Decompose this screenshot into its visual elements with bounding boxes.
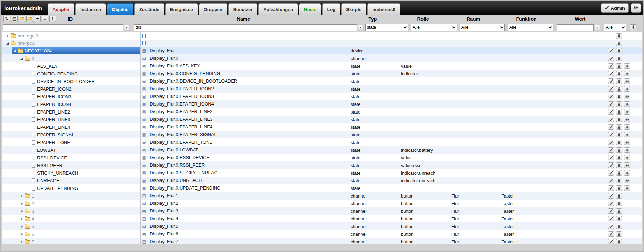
expander-icon[interactable] (19, 217, 24, 221)
expander-icon[interactable] (6, 41, 10, 45)
tab-gruppen[interactable]: Gruppen (199, 3, 227, 15)
edit-button[interactable] (608, 208, 614, 214)
id-filter-clear-button[interactable]: × (124, 25, 129, 30)
arrow-up-icon[interactable]: ↑ (49, 16, 56, 22)
delete-button[interactable] (616, 155, 622, 160)
custom-button[interactable] (624, 78, 630, 84)
object-row[interactable]: 1 Display_Flur.1 channel button Flur Tas… (2, 192, 642, 200)
object-row[interactable]: EPAPER_LINE4 Display_Flur.0.EPAPER_LINE4… (2, 123, 642, 131)
object-row[interactable]: 7 Display_Flur.7 channel button Flur Tas… (2, 238, 642, 244)
tab-log[interactable]: Log (322, 3, 340, 15)
custom-button[interactable] (624, 185, 630, 191)
custom-filter-select[interactable]: Alle (604, 24, 626, 31)
tab-skripte[interactable]: Skripte (341, 3, 366, 15)
plus-icon[interactable]: + (34, 16, 41, 22)
delete-button[interactable] (616, 94, 622, 99)
object-row[interactable]: 6 Display_Flur.6 channel button Flur Tas… (2, 230, 642, 238)
edit-button[interactable] (608, 170, 614, 176)
delete-button[interactable] (616, 132, 622, 137)
admin-user-button[interactable]: Admin (601, 3, 629, 13)
custom-button[interactable] (624, 162, 630, 168)
custom-button[interactable] (624, 86, 630, 92)
delete-button[interactable] (616, 239, 622, 244)
object-row[interactable]: EPAPER_TONE Display_Flur.0.EPAPER_TONE s… (2, 138, 642, 146)
edit-button[interactable] (608, 94, 614, 99)
object-row[interactable]: EPAPER_LINE2 Display_Flur.0.EPAPER_LINE2… (2, 108, 642, 116)
edit-button[interactable] (608, 224, 614, 229)
id-filter-input[interactable] (3, 24, 123, 31)
edit-button[interactable] (608, 56, 614, 61)
object-row[interactable]: 4 Display_Flur.4 channel button Flur Tas… (2, 215, 642, 222)
delete-button[interactable] (616, 124, 622, 130)
list-view-icon[interactable]: ▤ (11, 16, 18, 22)
edit-button[interactable] (608, 109, 614, 115)
delete-button[interactable] (616, 33, 622, 39)
edit-button[interactable] (608, 124, 614, 130)
object-row[interactable]: RSSI_PEER Display_Flur.0.RSSI_PEER state… (2, 161, 642, 169)
delete-button[interactable] (616, 56, 622, 61)
tab-hosts[interactable]: Hosts (299, 3, 321, 15)
object-row[interactable]: 2 Display_Flur.2 channel button Flur Tas… (2, 200, 642, 207)
filter-settings-button[interactable] (630, 24, 636, 31)
edit-button[interactable] (608, 178, 614, 183)
delete-button[interactable] (616, 41, 622, 46)
edit-button[interactable] (608, 48, 614, 53)
delete-button[interactable] (616, 48, 622, 53)
delete-button[interactable] (616, 71, 622, 76)
custom-button[interactable] (624, 94, 630, 99)
custom-button[interactable] (624, 155, 630, 160)
rolle-filter-select[interactable]: Alle (411, 24, 457, 31)
custom-button[interactable] (624, 63, 630, 69)
custom-button[interactable] (624, 101, 630, 107)
name-filter-input[interactable] (134, 24, 357, 31)
expander-icon[interactable] (19, 201, 24, 206)
object-row[interactable]: CONFIG_PENDING Display_Flur.0.CONFIG_PEN… (2, 70, 642, 77)
expander-icon[interactable] (19, 209, 24, 213)
object-row[interactable]: AES_KEY Display_Flur.0.AES_KEY state val… (2, 62, 642, 70)
delete-button[interactable] (616, 117, 622, 122)
tab-adapter[interactable]: Adapter (48, 3, 74, 15)
object-row[interactable]: NEQ0711824 Display_Flur device (2, 47, 642, 54)
object-row[interactable]: STICKY_UNREACH Display_Flur.0.STICKY_UNR… (2, 169, 642, 177)
delete-button[interactable] (616, 140, 622, 145)
custom-button[interactable] (624, 132, 630, 137)
delete-button[interactable] (616, 162, 622, 168)
edit-button[interactable] (608, 140, 614, 145)
edit-button[interactable] (608, 147, 614, 153)
delete-button[interactable] (616, 208, 622, 214)
object-row[interactable]: LOWBAT Display_Flur.0.LOWBAT state indic… (2, 146, 642, 154)
object-row[interactable]: EPAPER_SIGNAL Display_Flur.0.EPAPER_SIGN… (2, 131, 642, 138)
edit-button[interactable] (608, 63, 614, 69)
tab-instanzen[interactable]: Instanzen (75, 3, 106, 15)
edit-button[interactable] (608, 185, 614, 191)
expander-icon[interactable] (12, 49, 17, 53)
object-row[interactable]: EPAPER_ICON4 Display_Flur.0.EPAPER_ICON4… (2, 100, 642, 108)
edit-button[interactable] (608, 117, 614, 122)
edit-button[interactable] (608, 216, 614, 221)
custom-button[interactable] (624, 170, 630, 176)
expert-mode-button[interactable] (631, 3, 641, 13)
expander-icon[interactable] (19, 224, 24, 229)
object-row[interactable]: 3 Display_Flur.3 channel button Flur Tas… (2, 207, 642, 215)
object-row[interactable]: 5 Display_Flur.5 channel button Flur Tas… (2, 222, 642, 230)
refresh-icon[interactable]: ↻ (3, 16, 10, 22)
raum-filter-select[interactable]: Alle (460, 24, 505, 31)
expander-icon[interactable] (19, 56, 24, 61)
tab-objekte[interactable]: Objekte (107, 3, 133, 15)
custom-button[interactable] (624, 71, 630, 76)
object-row[interactable]: RSSI_DEVICE Display_Flur.0.RSSI_DEVICE s… (2, 154, 642, 161)
edit-button[interactable] (608, 193, 614, 199)
edit-button[interactable] (608, 201, 614, 206)
wert-filter-input[interactable] (557, 24, 594, 31)
delete-button[interactable] (616, 86, 622, 92)
edit-button[interactable] (608, 132, 614, 137)
delete-button[interactable] (616, 109, 622, 115)
edit-button[interactable] (608, 155, 614, 160)
tab-zust-nde[interactable]: Zustände (134, 3, 164, 15)
edit-button[interactable] (608, 78, 614, 84)
object-row[interactable]: EPAPER_LINE3 Display_Flur.0.EPAPER_LINE3… (2, 116, 642, 123)
object-row[interactable]: 0 Display_Flur.0 channel (2, 54, 642, 62)
edit-button[interactable] (608, 86, 614, 92)
edit-button[interactable] (608, 239, 614, 244)
object-row[interactable]: hm-rpc.0 (2, 40, 642, 47)
